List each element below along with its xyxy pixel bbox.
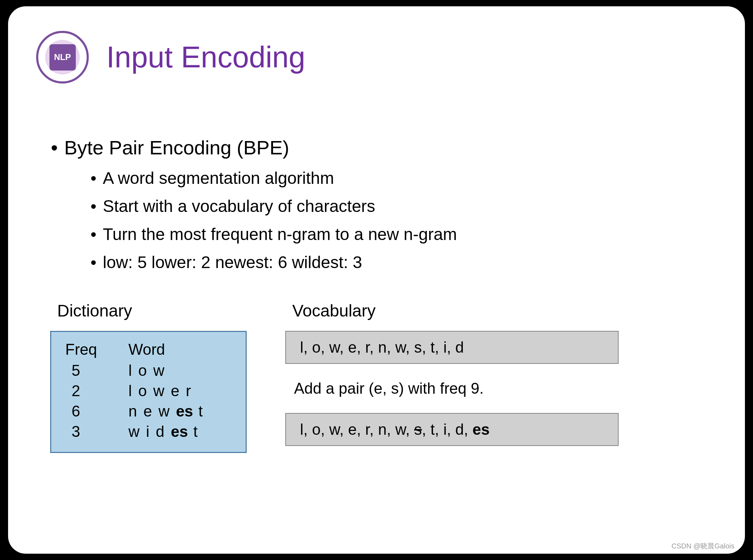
- vocabulary-box-2: l, o, w, e, r, n, w, s, t, i, d, es: [285, 413, 619, 446]
- add-pair-text: Add a pair (e, s) with freq 9.: [285, 380, 703, 397]
- freq-value: 2: [62, 382, 128, 400]
- word-header: Word: [128, 341, 235, 358]
- dictionary-section: Dictionary Freq Word 5 l o w 2 l o w e r…: [50, 301, 250, 462]
- vocabulary-label: Vocabulary: [285, 301, 703, 320]
- slide-container: Input Encoding Byte Pair Encoding (BPE) …: [8, 6, 745, 554]
- freq-value: 5: [62, 362, 128, 379]
- freq-header: Freq: [62, 341, 128, 358]
- word-bold: es: [171, 423, 188, 440]
- word-pre: l o w: [128, 362, 165, 379]
- word-value: n e w es t: [128, 402, 235, 420]
- word-value: l o w e r: [128, 382, 235, 400]
- vocab2-strike: s: [414, 421, 422, 438]
- slide-header: Input Encoding: [8, 6, 745, 94]
- watermark: CSDN @晓晨Galois: [672, 541, 734, 551]
- dict-row: 6 n e w es t: [62, 402, 235, 420]
- word-post: t: [188, 423, 199, 440]
- freq-value: 3: [62, 423, 128, 440]
- bullet-sub-4: low: 5 lower: 2 newest: 6 wildest: 3: [54, 252, 699, 273]
- dict-row: 3 w i d es t: [62, 423, 235, 440]
- vocab2-bold: es: [473, 421, 490, 438]
- slide-title: Input Encoding: [106, 40, 305, 74]
- bullet-sub-1: A word segmentation algorithm: [54, 168, 699, 189]
- vocabulary-section: Vocabulary l, o, w, e, r, n, w, s, t, i,…: [285, 301, 703, 462]
- dictionary-box: Freq Word 5 l o w 2 l o w e r 6 n e w es…: [50, 331, 247, 453]
- word-post: t: [193, 402, 204, 420]
- word-bold: es: [176, 402, 193, 420]
- bullet-main: Byte Pair Encoding (BPE): [54, 136, 699, 159]
- word-pre: n e w: [128, 402, 176, 420]
- lower-section: Dictionary Freq Word 5 l o w 2 l o w e r…: [8, 280, 745, 462]
- dict-row: 2 l o w e r: [62, 382, 235, 400]
- slide-content: Byte Pair Encoding (BPE) A word segmenta…: [8, 94, 745, 273]
- bullet-sub-2: Start with a vocabulary of characters: [54, 196, 699, 217]
- vocab2-pre: l, o, w, e, r, n, w,: [300, 421, 414, 438]
- dictionary-header: Freq Word: [62, 341, 235, 358]
- nlp-logo-text: [49, 44, 76, 71]
- dictionary-label: Dictionary: [50, 301, 250, 320]
- vocabulary-box-1: l, o, w, e, r, n, w, s, t, i, d: [285, 331, 619, 364]
- bullet-sub-3: Turn the most frequent n-gram to a new n…: [54, 224, 699, 245]
- word-pre: w i d: [128, 423, 171, 440]
- word-pre: l o w e r: [128, 382, 192, 399]
- word-value: w i d es t: [128, 423, 235, 440]
- freq-value: 6: [62, 402, 128, 420]
- vocab2-mid: , t, i, d,: [422, 421, 472, 438]
- dict-row: 5 l o w: [62, 362, 235, 379]
- nlp-logo-icon: [36, 31, 89, 84]
- word-value: l o w: [128, 362, 235, 379]
